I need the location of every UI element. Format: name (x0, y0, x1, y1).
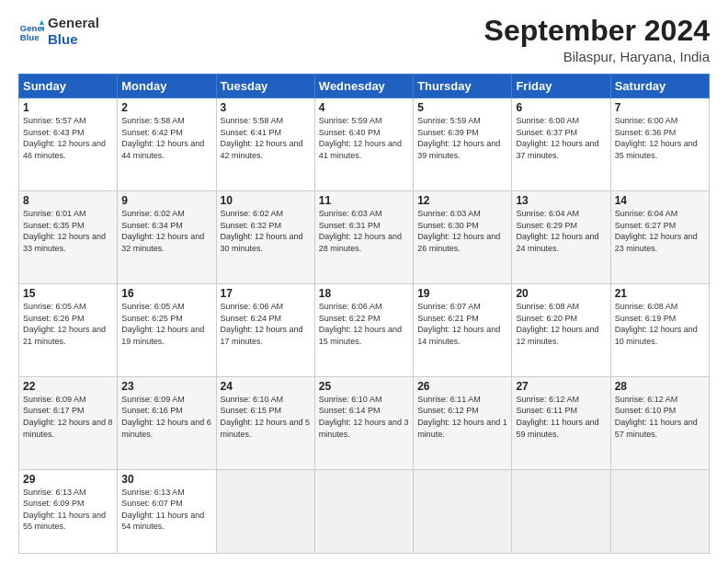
header-row: Sunday Monday Tuesday Wednesday Thursday… (19, 75, 710, 98)
calendar-week-2: 15 Sunrise: 6:05 AMSunset: 6:26 PMDaylig… (19, 283, 710, 376)
empty-cell (314, 469, 413, 553)
col-saturday: Saturday (610, 75, 709, 98)
table-row: 15 Sunrise: 6:05 AMSunset: 6:26 PMDaylig… (19, 283, 118, 376)
table-row: 2 Sunrise: 5:58 AMSunset: 6:42 PMDayligh… (118, 98, 216, 191)
table-row: 23 Sunrise: 6:09 AMSunset: 6:16 PMDaylig… (118, 376, 216, 469)
logo-line2: Blue (48, 31, 99, 48)
col-sunday: Sunday (19, 75, 118, 98)
table-row: 17 Sunrise: 6:06 AMSunset: 6:24 PMDaylig… (216, 283, 314, 376)
table-row: 21 Sunrise: 6:08 AMSunset: 6:19 PMDaylig… (610, 283, 709, 376)
empty-cell (216, 469, 314, 553)
table-row: 26 Sunrise: 6:11 AMSunset: 6:12 PMDaylig… (414, 376, 512, 469)
table-row: 24 Sunrise: 6:10 AMSunset: 6:15 PMDaylig… (216, 376, 314, 469)
table-row: 6 Sunrise: 6:00 AMSunset: 6:37 PMDayligh… (512, 98, 610, 191)
table-row: 7 Sunrise: 6:00 AMSunset: 6:36 PMDayligh… (610, 98, 709, 191)
table-row: 12 Sunrise: 6:03 AMSunset: 6:30 PMDaylig… (414, 191, 512, 284)
table-row: 8 Sunrise: 6:01 AMSunset: 6:35 PMDayligh… (19, 191, 118, 284)
calendar-week-3: 22 Sunrise: 6:09 AMSunset: 6:17 PMDaylig… (19, 376, 710, 469)
empty-cell (512, 469, 610, 553)
main-title: September 2024 (484, 15, 710, 47)
empty-cell (414, 469, 512, 553)
table-row: 30 Sunrise: 6:13 AMSunset: 6:07 PMDaylig… (118, 469, 216, 553)
table-row: 16 Sunrise: 6:05 AMSunset: 6:25 PMDaylig… (118, 283, 216, 376)
calendar-week-4: 29 Sunrise: 6:13 AMSunset: 6:09 PMDaylig… (19, 469, 710, 553)
table-row: 29 Sunrise: 6:13 AMSunset: 6:09 PMDaylig… (19, 469, 118, 553)
logo: General Blue General Blue (18, 15, 99, 48)
calendar-table: Sunday Monday Tuesday Wednesday Thursday… (18, 74, 710, 554)
table-row: 1 Sunrise: 5:57 AMSunset: 6:43 PMDayligh… (19, 98, 118, 191)
table-row: 22 Sunrise: 6:09 AMSunset: 6:17 PMDaylig… (19, 376, 118, 469)
table-row: 20 Sunrise: 6:08 AMSunset: 6:20 PMDaylig… (512, 283, 610, 376)
logo-icon: General Blue (18, 18, 44, 44)
calendar-week-0: 1 Sunrise: 5:57 AMSunset: 6:43 PMDayligh… (19, 98, 710, 191)
logo-line1: General (48, 15, 99, 31)
subtitle: Bilaspur, Haryana, India (484, 49, 710, 64)
calendar-week-1: 8 Sunrise: 6:01 AMSunset: 6:35 PMDayligh… (19, 191, 710, 284)
table-row: 27 Sunrise: 6:12 AMSunset: 6:11 PMDaylig… (512, 376, 610, 469)
col-thursday: Thursday (414, 75, 512, 98)
table-row: 28 Sunrise: 6:12 AMSunset: 6:10 PMDaylig… (610, 376, 709, 469)
table-row: 11 Sunrise: 6:03 AMSunset: 6:31 PMDaylig… (314, 191, 413, 284)
table-row: 4 Sunrise: 5:59 AMSunset: 6:40 PMDayligh… (314, 98, 413, 191)
col-monday: Monday (118, 75, 216, 98)
table-row: 19 Sunrise: 6:07 AMSunset: 6:21 PMDaylig… (414, 283, 512, 376)
table-row: 3 Sunrise: 5:58 AMSunset: 6:41 PMDayligh… (216, 98, 314, 191)
col-friday: Friday (512, 75, 610, 98)
empty-cell (610, 469, 709, 553)
svg-text:Blue: Blue (20, 32, 40, 42)
title-block: September 2024 Bilaspur, Haryana, India (484, 15, 710, 64)
header: General Blue General Blue September 2024… (18, 15, 710, 64)
table-row: 25 Sunrise: 6:10 AMSunset: 6:14 PMDaylig… (314, 376, 413, 469)
table-row: 9 Sunrise: 6:02 AMSunset: 6:34 PMDayligh… (118, 191, 216, 284)
table-row: 13 Sunrise: 6:04 AMSunset: 6:29 PMDaylig… (512, 191, 610, 284)
table-row: 14 Sunrise: 6:04 AMSunset: 6:27 PMDaylig… (610, 191, 709, 284)
col-tuesday: Tuesday (216, 75, 314, 98)
table-row: 10 Sunrise: 6:02 AMSunset: 6:32 PMDaylig… (216, 191, 314, 284)
col-wednesday: Wednesday (314, 75, 413, 98)
table-row: 18 Sunrise: 6:06 AMSunset: 6:22 PMDaylig… (314, 283, 413, 376)
page: General Blue General Blue September 2024… (0, 0, 728, 563)
table-row: 5 Sunrise: 5:59 AMSunset: 6:39 PMDayligh… (414, 98, 512, 191)
